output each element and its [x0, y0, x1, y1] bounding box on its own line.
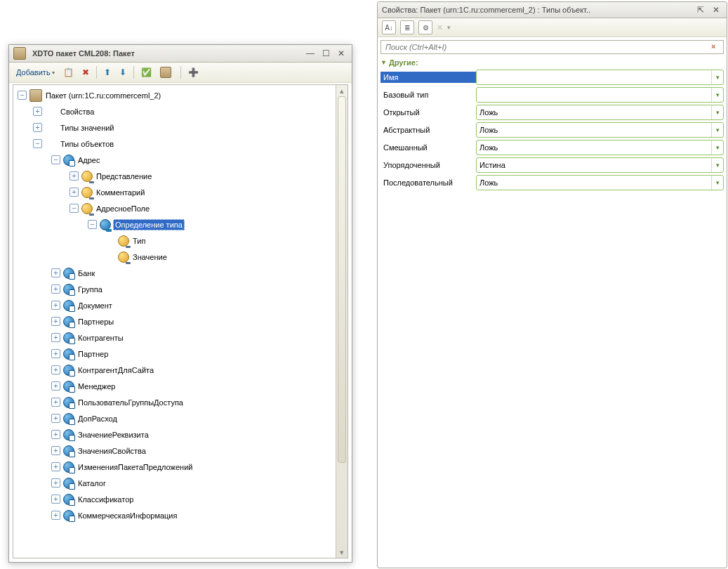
add-button[interactable]: Добавить▾	[13, 64, 58, 81]
tree-obj[interactable]: +Классификатор	[13, 491, 336, 507]
close-button[interactable]: ✕	[336, 48, 346, 58]
move-down-button[interactable]: ⬇	[117, 64, 129, 81]
dropdown-button[interactable]: ▾	[711, 158, 723, 172]
collapse-icon[interactable]: ▼	[380, 59, 387, 66]
property-icon	[81, 171, 93, 182]
move-up-button[interactable]: ⬆	[101, 64, 114, 81]
titlebar[interactable]: XDTO пакет CML208: Пакет — ☐ ✕	[9, 45, 352, 63]
minimize-button[interactable]: —	[305, 48, 315, 58]
delete-button[interactable]: ✖	[79, 64, 92, 81]
maximize-button[interactable]: ☐	[321, 48, 331, 58]
object-type-icon	[63, 462, 74, 473]
copy-button[interactable]: 📋	[60, 64, 77, 81]
close-button[interactable]: ✕	[711, 5, 721, 15]
dropdown-button[interactable]: ▾	[711, 176, 723, 190]
tree-obj[interactable]: +ЗначениеРеквизита	[13, 426, 336, 443]
tree-prop[interactable]: +Представление	[13, 168, 336, 184]
object-type-icon	[63, 316, 74, 327]
package-icon	[29, 89, 42, 102]
prop-row-basetype: Базовый тип ▾	[380, 86, 724, 103]
properties-toolbar: A↓ ≣ ⚙ ✕ ▾	[378, 18, 727, 37]
tree-obj[interactable]: +ДопРасход	[13, 410, 336, 426]
package-icon	[13, 47, 26, 60]
check-button[interactable]: ✅	[138, 64, 154, 81]
properties-title: Свойства: Пакет (urn:1C.ru:commerceml_2)…	[382, 6, 590, 14]
dropdown-button[interactable]: ▾	[711, 140, 723, 155]
add-element-button[interactable]: ➕	[185, 64, 201, 81]
dropdown-button[interactable]: ▾	[711, 88, 723, 102]
object-type-icon	[63, 510, 74, 521]
tree-section-props[interactable]: +Свойства	[13, 103, 336, 119]
dropdown-button[interactable]: ▾	[711, 123, 723, 137]
object-type-icon	[63, 284, 74, 295]
tree-obj[interactable]: +Контрагенты	[13, 329, 336, 346]
tree-obj[interactable]: +Группа	[13, 281, 336, 297]
clear-search-button[interactable]: ×	[711, 42, 721, 52]
tree-obj[interactable]: +Партнеры	[13, 313, 336, 329]
tree-obj[interactable]: +КоммерческаяИнформация	[13, 507, 336, 523]
object-type-icon	[63, 381, 74, 392]
name-input[interactable]	[477, 71, 711, 84]
tree-prop[interactable]: +Комментарий	[13, 184, 336, 200]
tree-prop[interactable]: Тип	[13, 233, 336, 249]
prop-row-mixed: Смешанный Ложь▾	[380, 138, 724, 156]
prop-value[interactable]: ▾	[476, 87, 724, 103]
prop-value[interactable]: Ложь▾	[476, 105, 724, 120]
dropdown-button[interactable]: ▾	[711, 70, 723, 84]
filter-button[interactable]: ⚙	[418, 20, 432, 34]
tree-obj[interactable]: +КонтрагентДляСайта	[13, 362, 336, 378]
prop-label: Упорядоченный	[380, 159, 476, 171]
section-header[interactable]: ▼ Другие:	[378, 54, 727, 68]
separator	[180, 66, 181, 79]
prop-value[interactable]: Истина▾	[476, 157, 724, 173]
tree-obj[interactable]: +ИзмененияПакетаПредложений	[13, 459, 336, 475]
package-action-button[interactable]	[157, 64, 176, 81]
tree-obj[interactable]: +ПользовательГруппыДоступа	[13, 394, 336, 410]
property-icon	[81, 187, 93, 198]
tree-body[interactable]: −Пакет (urn:1C.ru:commerceml_2) +Свойств…	[13, 85, 336, 558]
tree-root[interactable]: −Пакет (urn:1C.ru:commerceml_2)	[13, 87, 336, 103]
tree-obj[interactable]: +ЗначенияСвойства	[13, 443, 336, 459]
tree-prop[interactable]: Значение	[13, 249, 336, 265]
object-type-icon	[63, 429, 74, 440]
scroll-down-button[interactable]: ▾	[336, 547, 348, 558]
search-box: ×	[380, 40, 724, 54]
prop-label: Имя	[380, 72, 476, 83]
tree-section-valtypes[interactable]: +Типы значений	[13, 119, 336, 136]
sort-button[interactable]: A↓	[382, 20, 396, 34]
prop-label: Открытый	[380, 107, 476, 118]
tree-section-objtypes[interactable]: −Типы объектов	[13, 136, 336, 152]
prop-row-abstract: Абстрактный Ложь▾	[380, 121, 724, 138]
prop-value[interactable]: ▾	[476, 70, 724, 85]
tree-obj[interactable]: +Партнер	[13, 346, 336, 362]
tree-obj[interactable]: +Документ	[13, 297, 336, 313]
search-input[interactable]	[380, 40, 724, 54]
group-button[interactable]: ≣	[400, 20, 414, 34]
dock-button[interactable]: ⇱	[696, 5, 706, 15]
prop-value[interactable]: Ложь▾	[476, 175, 724, 190]
tree-typedef[interactable]: −Определение типа	[13, 216, 336, 233]
scrollbar[interactable]: ▴ ▾	[336, 85, 348, 558]
object-type-icon	[63, 365, 74, 376]
tree-obj[interactable]: +Банк	[13, 265, 336, 281]
toolbar: Добавить▾ 📋 ✖ ⬆ ⬇ ✅ ➕	[9, 63, 352, 83]
object-type-icon	[63, 397, 74, 408]
dropdown-button[interactable]: ▾	[711, 105, 723, 119]
prop-label: Смешанный	[380, 142, 476, 153]
tree-view: −Пакет (urn:1C.ru:commerceml_2) +Свойств…	[13, 84, 348, 558]
titlebar[interactable]: Свойства: Пакет (urn:1C.ru:commerceml_2)…	[378, 2, 727, 18]
object-type-icon	[63, 155, 74, 166]
scroll-up-button[interactable]: ▴	[336, 85, 348, 96]
prop-value[interactable]: Ложь▾	[476, 140, 724, 155]
prop-value[interactable]: Ложь▾	[476, 122, 724, 138]
tree-obj[interactable]: +Менеджер	[13, 378, 336, 394]
properties-panel: Свойства: Пакет (urn:1C.ru:commerceml_2)…	[377, 1, 727, 568]
object-type-icon	[63, 332, 74, 344]
tree-prop-adrespole[interactable]: −АдресноеПоле	[13, 200, 336, 216]
prop-label: Последовательный	[380, 177, 476, 188]
tree-obj-adres[interactable]: −Адрес	[13, 152, 336, 168]
scroll-thumb[interactable]	[338, 96, 346, 463]
prop-row-sequential: Последовательный Ложь▾	[380, 174, 724, 191]
tree-obj[interactable]: +Каталог	[13, 475, 336, 491]
prop-row-ordered: Упорядоченный Истина▾	[380, 156, 724, 174]
